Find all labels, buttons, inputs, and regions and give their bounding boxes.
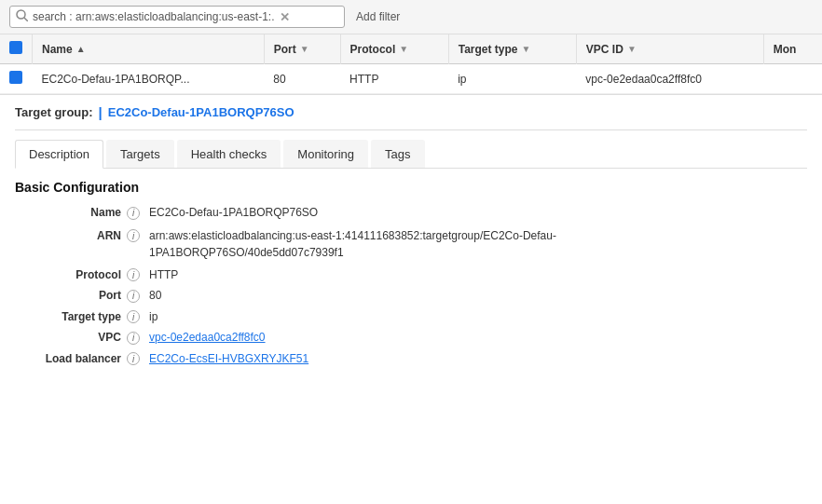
- target-groups-table: Name ▲ Port ▼ Protocol ▼: [0, 34, 822, 95]
- config-value-vpc[interactable]: vpc-0e2edaa0ca2ff8fc0: [145, 331, 807, 344]
- config-row-protocol: Protocol i HTTP: [15, 268, 807, 282]
- filter-arrow-protocol: ▼: [399, 44, 408, 54]
- config-value-load-balancer[interactable]: EC2Co-EcsEI-HVBGXRYJKF51: [145, 352, 807, 365]
- config-label-load-balancer: Load balancer: [15, 352, 127, 365]
- table-header-row: Name ▲ Port ▼ Protocol ▼: [0, 34, 822, 64]
- config-label-name: Name: [15, 206, 127, 219]
- config-value-protocol: HTTP: [145, 268, 807, 281]
- config-row-target-type: Target type i ip: [15, 310, 807, 324]
- table-row[interactable]: EC2Co-Defau-1PA1BORQP... 80 HTTP ip vpc-…: [0, 64, 822, 94]
- config-label-arn: ARN: [15, 229, 127, 242]
- tab-monitoring[interactable]: Monitoring: [283, 140, 368, 168]
- info-icon-target-type[interactable]: i: [127, 310, 145, 323]
- info-icon-port[interactable]: i: [127, 290, 145, 303]
- col-header-vpc-id[interactable]: VPC ID ▼: [576, 34, 763, 64]
- target-group-label: Target group:: [15, 105, 93, 119]
- tab-targets[interactable]: Targets: [106, 140, 174, 168]
- col-header-target-type[interactable]: Target type ▼: [448, 34, 576, 64]
- row-protocol: HTTP: [340, 64, 448, 94]
- row-target-type: ip: [448, 64, 576, 94]
- col-header-name[interactable]: Name ▲: [33, 34, 265, 64]
- tab-health-checks[interactable]: Health checks: [177, 140, 281, 168]
- config-value-arn: arn:aws:elasticloadbalancing:us-east-1:4…: [145, 227, 807, 261]
- info-icon-name[interactable]: i: [127, 207, 145, 220]
- config-value-name: EC2Co-Defau-1PA1BORQP76SO: [145, 206, 807, 219]
- detail-panel: Target group: | EC2Co-Defau-1PA1BORQP76S…: [0, 95, 822, 365]
- search-clear-icon[interactable]: ✕: [280, 10, 290, 24]
- tab-tags[interactable]: Tags: [371, 140, 424, 168]
- tab-description[interactable]: Description: [15, 140, 103, 169]
- config-value-target-type: ip: [145, 310, 807, 323]
- filter-arrow-vpc-id: ▼: [627, 44, 637, 54]
- svg-line-1: [24, 18, 28, 21]
- config-row-name: Name i EC2Co-Defau-1PA1BORQP76SO: [15, 206, 807, 220]
- header-checkbox-cell[interactable]: [0, 34, 33, 64]
- add-filter-button[interactable]: Add filter: [352, 8, 404, 25]
- search-input-wrapper: ✕: [9, 6, 345, 28]
- row-port: 80: [264, 64, 340, 94]
- row-mon: [763, 64, 822, 94]
- config-row-load-balancer: Load balancer i EC2Co-EcsEI-HVBGXRYJKF51: [15, 352, 807, 366]
- config-row-arn: ARN i arn:aws:elasticloadbalancing:us-ea…: [15, 227, 807, 261]
- config-row-port: Port i 80: [15, 289, 807, 303]
- config-label-port: Port: [15, 289, 127, 302]
- svg-point-0: [17, 10, 25, 19]
- filter-arrow-port: ▼: [300, 44, 309, 54]
- target-group-header: Target group: | EC2Co-Defau-1PA1BORQP76S…: [15, 104, 807, 130]
- target-group-id: EC2Co-Defau-1PA1BORQP76SO: [108, 105, 295, 119]
- col-header-protocol[interactable]: Protocol ▼: [340, 34, 448, 64]
- config-label-target-type: Target type: [15, 310, 127, 323]
- config-label-protocol: Protocol: [15, 268, 127, 281]
- search-icon: [16, 9, 28, 24]
- row-checkbox[interactable]: [9, 71, 22, 84]
- tg-separator: |: [99, 104, 103, 120]
- basic-configuration-section: Basic Configuration Name i EC2Co-Defau-1…: [15, 180, 807, 365]
- config-label-vpc: VPC: [15, 331, 127, 344]
- sort-arrow-name: ▲: [76, 44, 86, 54]
- col-header-mon: Mon: [763, 34, 822, 64]
- config-value-port: 80: [145, 289, 807, 302]
- config-row-vpc: VPC i vpc-0e2edaa0ca2ff8fc0: [15, 331, 807, 345]
- row-name: EC2Co-Defau-1PA1BORQP...: [33, 64, 265, 94]
- detail-tabs: Description Targets Health checks Monito…: [15, 140, 807, 169]
- search-bar: ✕ Add filter: [0, 0, 822, 34]
- header-checkbox[interactable]: [9, 41, 22, 54]
- info-icon-load-balancer[interactable]: i: [127, 352, 145, 365]
- info-icon-arn[interactable]: i: [127, 229, 145, 242]
- section-title: Basic Configuration: [15, 180, 807, 195]
- col-header-port[interactable]: Port ▼: [264, 34, 340, 64]
- info-icon-vpc[interactable]: i: [127, 332, 145, 345]
- filter-arrow-target-type: ▼: [522, 44, 531, 54]
- info-icon-protocol[interactable]: i: [127, 268, 145, 281]
- row-checkbox-cell[interactable]: [0, 64, 33, 94]
- search-input[interactable]: [33, 10, 275, 23]
- row-vpc-id: vpc-0e2edaa0ca2ff8fc0: [576, 64, 763, 94]
